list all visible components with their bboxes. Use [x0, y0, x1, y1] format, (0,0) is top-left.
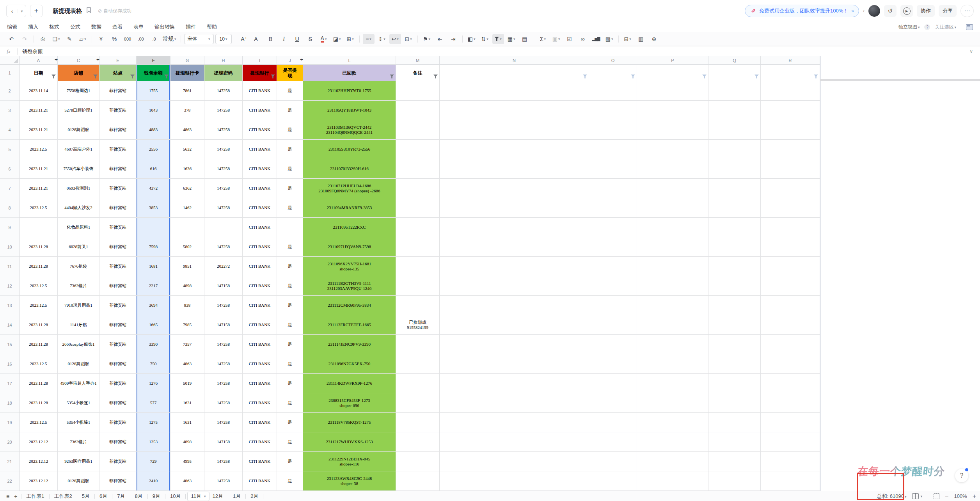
cell-O14[interactable]: [589, 315, 637, 335]
cell-N21[interactable]: [440, 452, 589, 471]
cell-H16[interactable]: 147258: [204, 354, 243, 374]
cell-A9[interactable]: [20, 218, 58, 237]
cell-E13[interactable]: 菲律宾站: [99, 296, 137, 315]
cell-J9[interactable]: [277, 218, 303, 237]
cell-F2[interactable]: 1755: [137, 81, 170, 101]
cell-F17[interactable]: 1276: [137, 374, 170, 393]
row-header-6[interactable]: 6: [0, 159, 20, 179]
cell-I16[interactable]: CITI BANK: [243, 354, 277, 374]
independent-view-button[interactable]: 独立视图▾: [898, 24, 920, 30]
cell-C4[interactable]: 0128舞蹈服: [58, 120, 99, 140]
cell-F13[interactable]: 3694: [137, 296, 170, 315]
comment-icon[interactable]: ⊕: [648, 34, 660, 44]
cell-H13[interactable]: 147258: [204, 296, 243, 315]
cell-I15[interactable]: CITI BANK: [243, 335, 277, 354]
cell-F22[interactable]: 2410: [137, 471, 170, 491]
cell-M13[interactable]: [396, 296, 440, 315]
cell-C22[interactable]: 0128舞蹈服: [58, 471, 99, 491]
column-header-J[interactable]: J: [277, 56, 303, 65]
cell-E18[interactable]: 菲律宾站: [99, 393, 137, 413]
cell-R9[interactable]: [761, 218, 820, 237]
cell-P14[interactable]: [637, 315, 708, 335]
cell-O5[interactable]: [589, 140, 637, 159]
cell-E15[interactable]: 菲律宾站: [99, 335, 137, 354]
redo-icon[interactable]: ↷: [19, 34, 30, 44]
cell-O18[interactable]: [589, 393, 637, 413]
cell-A22[interactable]: 2023.12.12: [20, 471, 58, 491]
spreadsheet-grid[interactable]: ACEFGHIJLMNOPQR◂▸◂▸◂▸1日期店铺站点钱包余额提现银行卡提现密…: [0, 56, 980, 491]
cell-J14[interactable]: 是: [277, 315, 303, 335]
cell-R1[interactable]: [761, 65, 820, 81]
cell-O8[interactable]: [589, 198, 637, 218]
cell-M10[interactable]: [396, 237, 440, 257]
cell-L16[interactable]: 2311096N7GK5EX-750: [303, 354, 396, 374]
row-header-16[interactable]: 16: [0, 354, 20, 374]
cell-P1[interactable]: [637, 65, 708, 81]
row-header-5[interactable]: 5: [0, 140, 20, 159]
cell-C5[interactable]: 4607高端户外1: [58, 140, 99, 159]
cell-G15[interactable]: 7357: [170, 335, 204, 354]
cell-R13[interactable]: [761, 296, 820, 315]
cell-A17[interactable]: 2023.11.28: [20, 374, 58, 393]
cell-F20[interactable]: 1253: [137, 432, 170, 452]
cell-F9[interactable]: [137, 218, 170, 237]
column-header-G[interactable]: G: [170, 56, 204, 65]
cell-E5[interactable]: 菲律宾站: [99, 140, 137, 159]
cell-R21[interactable]: [761, 452, 820, 471]
cell-G22[interactable]: 4863: [170, 471, 204, 491]
cell-J8[interactable]: 是: [277, 198, 303, 218]
column-header-H[interactable]: H: [204, 56, 243, 65]
cell-A21[interactable]: 2023.12.12: [20, 452, 58, 471]
cell-L13[interactable]: 231112CMR60F95-3834: [303, 296, 396, 315]
cell-I9[interactable]: CITI BANK: [243, 218, 277, 237]
cell-O1[interactable]: [589, 65, 637, 81]
cell-Q20[interactable]: [708, 432, 761, 452]
cell-A3[interactable]: 2023.11.21: [20, 101, 58, 120]
cell-I19[interactable]: CITI BANK: [243, 413, 277, 432]
cell-A15[interactable]: 2023.11.28: [20, 335, 58, 354]
cell-C2[interactable]: 7558枪周边1: [58, 81, 99, 101]
menu-item-7[interactable]: 输出转换: [154, 24, 175, 30]
cell-J18[interactable]: 是: [277, 393, 303, 413]
column-header-A[interactable]: A: [20, 56, 58, 65]
cell-N6[interactable]: [440, 159, 589, 179]
cell-P9[interactable]: [637, 218, 708, 237]
row-header-12[interactable]: 12: [0, 276, 20, 296]
cell-N12[interactable]: [440, 276, 589, 296]
cell-P10[interactable]: [637, 237, 708, 257]
cell-J17[interactable]: 是: [277, 374, 303, 393]
indent-decrease-icon[interactable]: ⇤: [434, 34, 446, 44]
row-header-20[interactable]: 20: [0, 432, 20, 452]
font-increase-icon[interactable]: A⁺: [238, 34, 250, 44]
checkbox-icon[interactable]: ☑: [564, 34, 575, 44]
side-panel-icon[interactable]: [966, 24, 973, 30]
cell-H11[interactable]: 202272: [204, 257, 243, 276]
cell-E1[interactable]: 站点: [99, 65, 137, 81]
cell-E2[interactable]: 菲律宾站: [99, 81, 137, 101]
cell-Q1[interactable]: [708, 65, 761, 81]
filter-funnel-icon[interactable]: [755, 75, 759, 78]
cell-O20[interactable]: [589, 432, 637, 452]
font-select[interactable]: 宋体▾: [184, 34, 214, 44]
cell-P16[interactable]: [637, 354, 708, 374]
underline-icon[interactable]: U: [291, 34, 303, 44]
cell-A11[interactable]: 2023.11.28: [20, 257, 58, 276]
cell-J1[interactable]: 是否提 现: [277, 65, 303, 81]
filter-funnel-icon[interactable]: [433, 75, 438, 78]
cell-M20[interactable]: [396, 432, 440, 452]
column-header-N[interactable]: N: [440, 56, 589, 65]
cell-H12[interactable]: 147158: [204, 276, 243, 296]
follow-selection-button[interactable]: 关注选区▾: [935, 24, 956, 30]
cell-L20[interactable]: 2311217WUDVXXS-1253: [303, 432, 396, 452]
cell-H2[interactable]: 147258: [204, 81, 243, 101]
cell-C20[interactable]: 7363镜片: [58, 432, 99, 452]
cell-Q16[interactable]: [708, 354, 761, 374]
cell-N18[interactable]: [440, 393, 589, 413]
cell-J16[interactable]: 是: [277, 354, 303, 374]
increase-decimal-icon[interactable]: .00: [135, 34, 147, 44]
cell-Q12[interactable]: [708, 276, 761, 296]
cell-H21[interactable]: 147258: [204, 452, 243, 471]
row-header-10[interactable]: 10: [0, 237, 20, 257]
cell-M15[interactable]: [396, 335, 440, 354]
cell-J19[interactable]: 是: [277, 413, 303, 432]
